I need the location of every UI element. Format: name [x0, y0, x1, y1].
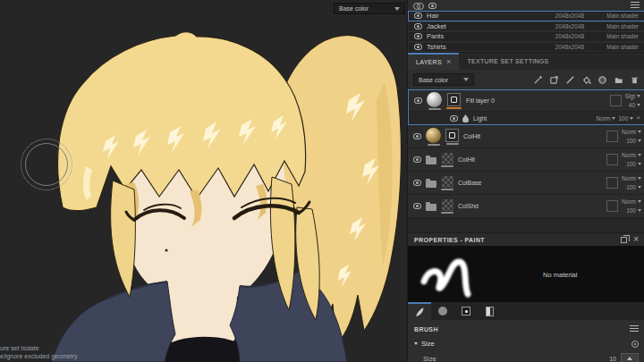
- fill-layer-thumbnail[interactable]: [445, 129, 459, 142]
- fill-bucket-icon[interactable]: [581, 75, 591, 85]
- visibility-eye-icon[interactable]: [414, 44, 422, 50]
- add-folder-icon[interactable]: [614, 75, 623, 85]
- visibility-eye-icon[interactable]: [413, 203, 421, 209]
- preset-list-icon[interactable]: [630, 325, 639, 333]
- blend-mode-dropdown[interactable]: Norm: [622, 128, 641, 137]
- visibility-eye-icon[interactable]: [414, 23, 422, 29]
- brush-stroke-preview: No material: [408, 246, 644, 302]
- magic-wand-icon[interactable]: [533, 75, 543, 85]
- mask-checker-thumbnail[interactable]: [442, 199, 453, 211]
- stepper-up-icon: [627, 357, 632, 360]
- brush-section: BRUSH Size Size 10: [408, 320, 644, 362]
- layer-name: ColHlt: [463, 133, 480, 139]
- chevron-down-icon: [630, 117, 633, 120]
- folder-icon[interactable]: [426, 157, 436, 164]
- opacity-dropdown[interactable]: 100: [626, 183, 641, 192]
- layers-toolbar: Base color: [408, 70, 644, 89]
- visibility-eye-icon[interactable]: [414, 97, 422, 104]
- size-group-row[interactable]: Size: [414, 340, 639, 348]
- eye-icon[interactable]: [428, 3, 436, 9]
- opacity-dropdown[interactable]: 100: [626, 137, 641, 146]
- material-sphere-thumbnail[interactable]: [427, 92, 442, 107]
- remove-effect-icon[interactable]: ×: [636, 114, 640, 122]
- visibility-eye-icon[interactable]: [450, 115, 458, 122]
- layer-name: Fill layer 0: [466, 97, 495, 104]
- layer-row-colbase-folder[interactable]: ColBase Norm 100: [408, 172, 644, 195]
- texture-set-row[interactable]: Tshirts 2048x2048 Main shader: [408, 42, 644, 53]
- folder-icon[interactable]: [426, 181, 436, 188]
- channel-indicator-bar: [428, 144, 440, 146]
- layer-row-colhlt-folder[interactable]: ColHlt Norm 100: [408, 148, 644, 172]
- popout-window-icon[interactable]: [621, 237, 627, 243]
- tab-material[interactable]: [478, 302, 501, 320]
- link-icon[interactable]: [413, 3, 423, 9]
- close-icon[interactable]: ×: [446, 58, 452, 66]
- viewport-channel-label: Base color: [339, 5, 391, 12]
- texture-set-name: Jacket: [427, 22, 533, 30]
- texture-set-resolution: 2048x2048: [538, 23, 584, 29]
- tab-layers[interactable]: LAYERS ×: [408, 53, 459, 70]
- fill-layer-thumbnail[interactable]: [447, 93, 461, 106]
- 3d-viewport[interactable]: Base color ure set isolate e/ignore excl…: [0, 0, 407, 362]
- tab-alpha[interactable]: [431, 302, 454, 320]
- texture-set-row[interactable]: Hair 2048x2048 Main shader: [408, 11, 644, 21]
- channel-indicator-bar: [441, 165, 453, 167]
- tab-layers-label: LAYERS: [416, 59, 442, 65]
- blend-preview-box[interactable]: [606, 154, 618, 165]
- blend-preview-box[interactable]: [610, 95, 622, 106]
- gear-icon[interactable]: [631, 341, 639, 348]
- opacity-dropdown[interactable]: 100: [626, 160, 641, 169]
- blend-preview-box[interactable]: [606, 200, 618, 212]
- opacity-dropdown[interactable]: 40: [629, 101, 640, 110]
- blend-mode-dropdown[interactable]: Norm: [597, 115, 616, 122]
- texture-set-row[interactable]: Jacket 2048x2048 Main shader: [408, 21, 644, 32]
- hint-line: e/ignore excluded geometry: [0, 352, 77, 360]
- layer-row-fill-layer-0[interactable]: Fill layer 0 Slgt 40: [409, 90, 644, 112]
- effects-sphere-icon[interactable]: [597, 75, 607, 85]
- opacity-dropdown[interactable]: 100: [618, 115, 633, 122]
- texture-set-row[interactable]: Pants 2048x2048 Main shader: [408, 31, 644, 42]
- material-sphere-thumbnail[interactable]: [426, 128, 441, 143]
- visibility-eye-icon[interactable]: [414, 33, 422, 39]
- size-stepper[interactable]: [621, 353, 639, 362]
- viewport-channel-dropdown[interactable]: Base color: [334, 3, 405, 14]
- visibility-eye-icon[interactable]: [413, 133, 421, 139]
- panel-tab-bar: LAYERS × TEXTURE SET SETTINGS: [408, 52, 644, 70]
- channel-filter-dropdown[interactable]: Base color: [413, 73, 474, 86]
- mask-checker-thumbnail[interactable]: [442, 176, 453, 188]
- layer-row-colhlt-fill[interactable]: ColHlt Norm 100: [408, 125, 644, 148]
- blend-mode-dropdown[interactable]: Norm: [622, 198, 641, 206]
- mask-checker-thumbnail[interactable]: [442, 153, 453, 164]
- opacity-dropdown[interactable]: 100: [626, 206, 641, 215]
- tab-texture-set-settings[interactable]: TEXTURE SET SETTINGS: [459, 53, 556, 70]
- visibility-eye-icon[interactable]: [414, 13, 422, 19]
- pencil-icon[interactable]: [565, 75, 575, 85]
- shortcut-hints: ure set isolate e/ignore excluded geomet…: [0, 344, 77, 360]
- texture-set-list: Hair 2048x2048 Main shader Jacket 2048x2…: [408, 0, 644, 52]
- alpha-circle-icon: [438, 307, 447, 316]
- delete-trash-icon[interactable]: [630, 75, 640, 85]
- properties-title: PROPERTIES - PAINT: [414, 237, 485, 243]
- layer-row-colshd-folder[interactable]: ColShd Norm 100: [408, 195, 644, 218]
- stamp-icon[interactable]: [549, 75, 559, 85]
- blend-mode-dropdown[interactable]: Norm: [622, 151, 641, 160]
- chevron-down-icon: [638, 139, 641, 142]
- no-material-label: No material: [543, 270, 577, 278]
- folder-icon[interactable]: [426, 204, 436, 211]
- close-icon[interactable]: ×: [633, 235, 639, 244]
- visibility-eye-icon[interactable]: [413, 156, 421, 163]
- layer-effect-row-light[interactable]: Light Norm 100 ×: [409, 112, 644, 124]
- tab-stencil[interactable]: [454, 302, 478, 320]
- blend-preview-box[interactable]: [606, 130, 618, 142]
- chevron-down-icon: [612, 117, 615, 120]
- list-options-icon[interactable]: [631, 2, 640, 9]
- brush-section-title: BRUSH: [414, 326, 438, 333]
- blend-mode-dropdown[interactable]: Slgt: [625, 92, 640, 101]
- chevron-down-icon: [637, 95, 640, 97]
- channel-indicator-bar: [441, 212, 453, 214]
- visibility-eye-icon[interactable]: [413, 180, 421, 186]
- blend-preview-box[interactable]: [606, 177, 618, 189]
- blend-mode-dropdown[interactable]: Norm: [622, 174, 641, 183]
- chevron-down-icon: [638, 200, 641, 203]
- tab-brush[interactable]: [408, 302, 431, 320]
